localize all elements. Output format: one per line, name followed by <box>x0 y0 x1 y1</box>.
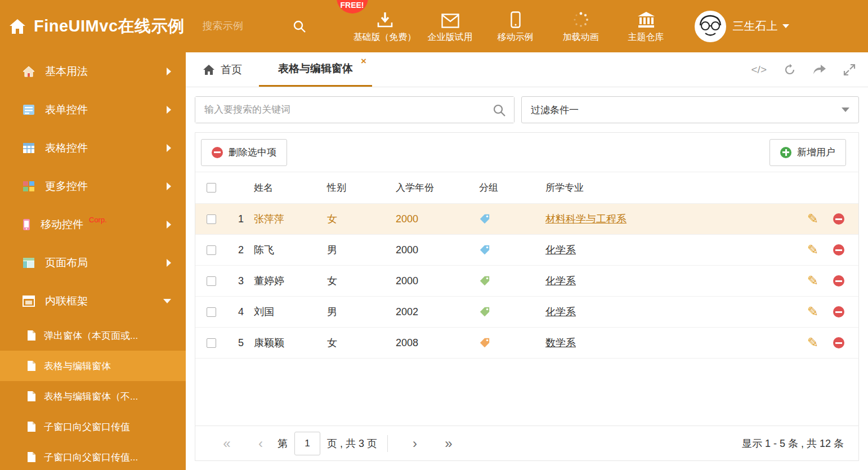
sidebar-item-page-layout[interactable]: 页面布局 <box>0 244 186 282</box>
page-number-input[interactable] <box>294 432 320 455</box>
nav-label: 企业版试用 <box>418 32 483 43</box>
major-link[interactable]: 化学系 <box>545 275 576 287</box>
sidebar-item-basic-usage[interactable]: 基本用法 <box>0 52 186 91</box>
sidebar-item-mobile-controls[interactable]: 移动控件 Corp. <box>0 205 186 244</box>
app-title: FineUIMvc在线示例 <box>34 15 185 38</box>
nav-item-enterprise-trial[interactable]: 企业版试用 <box>418 9 483 43</box>
spinner-icon <box>548 9 614 28</box>
first-page-icon[interactable]: « <box>210 436 244 451</box>
close-icon[interactable]: × <box>361 56 366 67</box>
filter-dropdown-value: 过滤条件一 <box>531 104 579 117</box>
table-row[interactable]: 1 张萍萍 女 2000 材料科学与工程系 ✎ <box>195 204 858 235</box>
edit-icon[interactable]: ✎ <box>807 336 818 350</box>
cell-name: 陈飞 <box>254 243 327 257</box>
sidebar-subitem-label: 弹出窗体（本页面或... <box>44 329 138 342</box>
major-link[interactable]: 材料科学与工程系 <box>545 213 627 225</box>
avatar[interactable] <box>695 11 726 42</box>
edit-icon[interactable]: ✎ <box>807 305 818 319</box>
sidebar-item-form-controls[interactable]: 表单控件 <box>0 91 186 129</box>
cell-gender: 男 <box>327 305 396 319</box>
edit-icon[interactable]: ✎ <box>807 274 818 288</box>
row-checkbox[interactable] <box>207 276 216 286</box>
nav-item-mobile-demo[interactable]: 移动示例 <box>483 9 548 43</box>
major-link[interactable]: 化学系 <box>545 306 576 317</box>
grid-toolbar: 删除选中项 新增用户 <box>195 133 858 172</box>
tag-icon <box>479 306 545 317</box>
sidebar-item-grid-controls[interactable]: 表格控件 <box>0 129 186 167</box>
search-icon[interactable] <box>493 104 506 117</box>
sidebar-subitem-popup-window[interactable]: 弹出窗体（本页面或... <box>0 320 186 351</box>
cell-year: 2002 <box>396 306 479 318</box>
tab-grid-edit-window[interactable]: 表格与编辑窗体 × <box>259 52 372 87</box>
expand-icon[interactable] <box>843 64 856 76</box>
nav-item-basic-free[interactable]: FREE! 基础版（免费） <box>352 9 418 43</box>
sidebar-item-label: 页面布局 <box>45 256 88 270</box>
sidebar-subitem-child-to-parent-2[interactable]: 子窗口向父窗口传值... <box>0 442 186 470</box>
cell-gender: 女 <box>327 212 396 226</box>
sidebar-subitem-label: 表格与编辑窗体 <box>44 360 111 373</box>
sidebar-subitem-child-to-parent[interactable]: 子窗口向父窗口传值 <box>0 411 186 442</box>
search-icon[interactable] <box>293 20 306 33</box>
sidebar-item-inline-frame[interactable]: 内联框架 <box>0 282 186 320</box>
filter-row: 过滤条件一 <box>195 96 859 123</box>
table-row[interactable]: 3 董婷婷 女 2000 化学系 ✎ <box>195 266 858 297</box>
next-page-icon[interactable]: › <box>398 436 432 451</box>
major-link[interactable]: 数学系 <box>545 337 576 348</box>
header-search-input[interactable] <box>203 20 293 32</box>
delete-row-icon[interactable] <box>833 275 844 287</box>
sidebar-item-label: 移动控件 <box>41 217 83 232</box>
row-checkbox[interactable] <box>207 307 216 317</box>
cell-year: 2000 <box>396 213 479 225</box>
cell-name: 刘国 <box>254 305 327 319</box>
home-small-icon <box>23 66 35 77</box>
tab-home[interactable]: 首页 <box>186 52 259 87</box>
cell-year: 2008 <box>396 337 479 349</box>
filter-dropdown[interactable]: 过滤条件一 <box>521 96 859 123</box>
edit-icon[interactable]: ✎ <box>807 212 818 226</box>
share-icon[interactable] <box>813 64 826 75</box>
refresh-icon[interactable] <box>784 64 796 76</box>
page-label-suffix: 页 , 共 3 页 <box>327 437 377 450</box>
keyword-search-input[interactable] <box>195 97 514 123</box>
add-user-button[interactable]: 新增用户 <box>769 139 846 166</box>
row-checkbox[interactable] <box>207 214 216 224</box>
nav-item-loading-anim[interactable]: 加载动画 <box>548 9 614 43</box>
delete-row-icon[interactable] <box>833 306 844 317</box>
home-icon[interactable] <box>9 19 26 34</box>
header-search <box>203 20 321 33</box>
sidebar-subitem-grid-edit-window-2[interactable]: 表格与编辑窗体（不... <box>0 381 186 411</box>
major-link[interactable]: 化学系 <box>545 244 576 256</box>
user-menu[interactable]: 三生石上 <box>695 11 789 42</box>
user-name[interactable]: 三生石上 <box>733 19 789 34</box>
sidebar-item-more-controls[interactable]: 更多控件 <box>0 167 186 205</box>
tag-icon <box>479 244 545 256</box>
cell-gender: 女 <box>327 336 396 350</box>
delete-selected-button[interactable]: 删除选中项 <box>201 139 287 166</box>
nav-label: 主题仓库 <box>614 32 679 43</box>
tag-icon <box>479 337 545 348</box>
cell-gender: 男 <box>327 243 396 257</box>
tab-home-label: 首页 <box>221 62 242 77</box>
sidebar-subitem-label: 表格与编辑窗体（不... <box>44 390 138 403</box>
delete-row-icon[interactable] <box>833 213 844 225</box>
row-checkbox[interactable] <box>207 245 216 255</box>
select-all-checkbox[interactable] <box>207 183 216 193</box>
chevron-right-icon <box>167 221 171 229</box>
bank-icon <box>614 9 679 28</box>
sidebar-item-label: 基本用法 <box>45 64 88 79</box>
nav-item-theme-store[interactable]: 主题仓库 <box>614 9 679 43</box>
delete-row-icon[interactable] <box>833 244 844 256</box>
row-number: 4 <box>228 306 254 318</box>
blocks-icon <box>23 181 35 192</box>
layout-icon <box>23 257 35 268</box>
table-row[interactable]: 2 陈飞 男 2000 化学系 ✎ <box>195 235 858 266</box>
table-row[interactable]: 5 康颖颖 女 2008 数学系 ✎ <box>195 328 858 359</box>
row-checkbox[interactable] <box>207 338 216 348</box>
prev-page-icon[interactable]: ‹ <box>244 436 278 451</box>
edit-icon[interactable]: ✎ <box>807 243 818 257</box>
last-page-icon[interactable]: » <box>432 436 466 451</box>
code-icon[interactable]: </> <box>751 64 767 76</box>
table-row[interactable]: 4 刘国 男 2002 化学系 ✎ <box>195 297 858 328</box>
sidebar-subitem-grid-edit-window[interactable]: 表格与编辑窗体 <box>0 351 186 381</box>
delete-row-icon[interactable] <box>833 337 844 348</box>
